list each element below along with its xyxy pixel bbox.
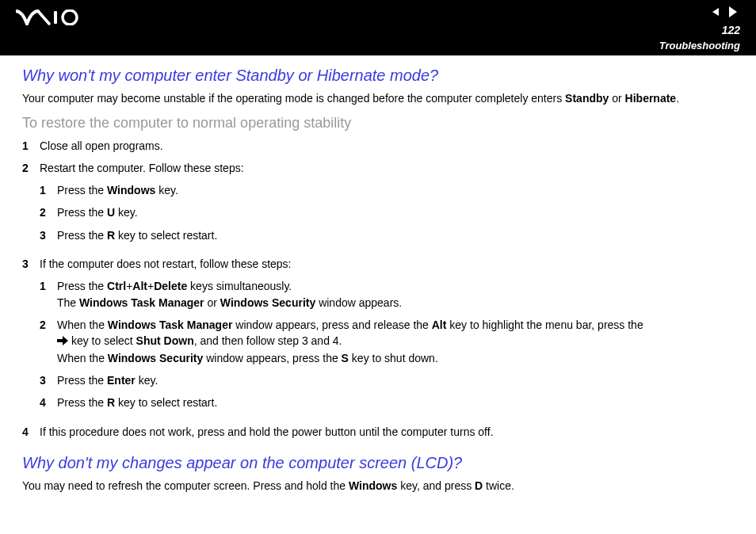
question-1-title: Why won't my computer enter Standby or H…	[22, 67, 734, 85]
arrow-right-icon	[57, 334, 68, 349]
step-3-4: 4 Press the R key to select restart.	[40, 395, 734, 410]
nav-next-icon[interactable]	[726, 5, 740, 21]
step-2-2: 2 Press the U key.	[40, 204, 734, 220]
header-bar: 122 Troubleshooting	[0, 0, 756, 55]
step-2-3: 3 Press the R key to select restart.	[40, 227, 734, 243]
step-4: 4 If this procedure does not work, press…	[22, 424, 734, 440]
section-title: Troubleshooting	[659, 40, 740, 51]
question-1-intro: Your computer may become unstable if the…	[22, 91, 734, 107]
step-2: 2 Restart the computer. Follow these ste…	[22, 160, 734, 250]
step-2-substeps: 1 Press the Windows key. 2 Press the U k…	[40, 182, 734, 243]
step-3-2: 2 When the Windows Task Manager window a…	[40, 317, 734, 366]
svg-rect-0	[54, 11, 57, 24]
question-2-title: Why don't my changes appear on the compu…	[22, 454, 734, 472]
question-2-body: You may need to refresh the computer scr…	[22, 479, 734, 494]
step-3-3: 3 Press the Enter key.	[40, 372, 734, 388]
step-3-substeps: 1 Press the Ctrl+Alt+Delete keys simulta…	[40, 278, 734, 410]
step-3-1: 1 Press the Ctrl+Alt+Delete keys simulta…	[40, 278, 734, 311]
nav-arrows	[710, 5, 740, 21]
page-number: 122	[722, 24, 740, 36]
svg-point-1	[63, 10, 77, 25]
step-3: 3 If the computer does not restart, foll…	[22, 256, 734, 418]
restore-subheading: To restore the computer to normal operat…	[22, 115, 734, 132]
page-content: Why won't my computer enter Standby or H…	[0, 55, 756, 517]
step-2-1: 1 Press the Windows key.	[40, 182, 734, 198]
nav-prev-icon[interactable]	[710, 6, 721, 20]
step-1: 1 Close all open programs.	[22, 138, 734, 154]
vaio-logo	[16, 10, 86, 25]
main-steps-list: 1 Close all open programs. 2 Restart the…	[22, 138, 734, 440]
